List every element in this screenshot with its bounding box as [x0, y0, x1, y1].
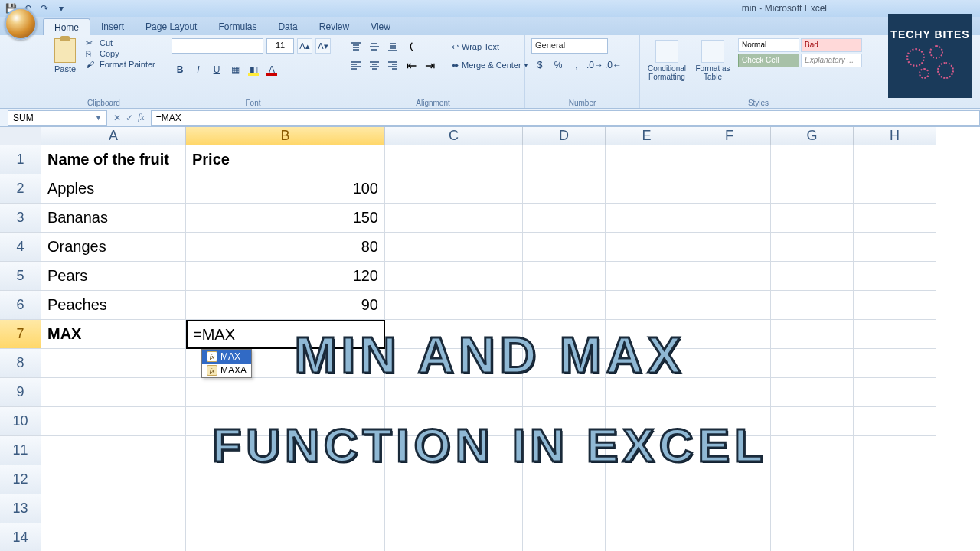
worksheet[interactable]: ABCDEFGH 1234567891011121314 Name of the… — [0, 127, 980, 551]
cell-A11[interactable] — [41, 436, 186, 465]
cell-E11[interactable] — [606, 436, 688, 465]
cell-F8[interactable] — [688, 349, 771, 378]
row-header-7[interactable]: 7 — [0, 320, 41, 349]
name-box[interactable]: SUM ▼ — [8, 110, 107, 126]
cell-D13[interactable] — [523, 494, 606, 523]
bold-button[interactable]: B — [172, 61, 188, 78]
cell-B3[interactable]: 150 — [186, 204, 385, 233]
cell-E1[interactable] — [606, 145, 688, 174]
cell-F4[interactable] — [688, 233, 771, 262]
tab-view[interactable]: View — [360, 18, 401, 35]
cell-H5[interactable] — [854, 262, 936, 291]
cell-C1[interactable] — [385, 145, 523, 174]
cell-D6[interactable] — [523, 291, 606, 320]
cell-B2[interactable]: 100 — [186, 174, 385, 204]
cell-F10[interactable] — [688, 407, 771, 436]
align-bottom-button[interactable] — [384, 38, 401, 55]
cell-C14[interactable] — [385, 523, 523, 551]
paste-button[interactable]: Paste — [49, 38, 81, 106]
align-center-button[interactable] — [366, 57, 383, 73]
cell-D10[interactable] — [523, 407, 606, 436]
enter-formula-icon[interactable]: ✓ — [126, 112, 133, 123]
cell-C8[interactable] — [385, 349, 523, 378]
cell-G5[interactable] — [771, 262, 854, 291]
cell-F6[interactable] — [688, 291, 771, 320]
cell-F11[interactable] — [688, 436, 771, 465]
cell-G13[interactable] — [771, 494, 854, 523]
cell-E5[interactable] — [606, 262, 688, 291]
cell-G7[interactable] — [771, 320, 854, 349]
cell-A14[interactable] — [41, 523, 186, 551]
align-top-button[interactable] — [348, 38, 364, 55]
orientation-button[interactable]: ⤹ — [403, 38, 420, 55]
cell-A3[interactable]: Bananas — [41, 204, 186, 233]
format-as-table-button[interactable]: Format as Table — [692, 38, 733, 106]
cell-G8[interactable] — [771, 349, 854, 378]
cell-B9[interactable] — [186, 378, 385, 407]
qat-dropdown-icon[interactable]: ▾ — [55, 2, 67, 15]
cell-G2[interactable] — [771, 174, 854, 204]
cell-H3[interactable] — [854, 204, 936, 233]
cell-F3[interactable] — [688, 204, 771, 233]
fill-color-button[interactable]: ◧ — [245, 61, 262, 78]
underline-button[interactable]: U — [208, 61, 225, 78]
conditional-formatting-button[interactable]: Conditional Formatting — [646, 38, 688, 106]
cell-G9[interactable] — [771, 378, 854, 407]
cell-H8[interactable] — [854, 349, 936, 378]
cell-B14[interactable] — [186, 523, 385, 551]
cell-style-bad[interactable]: Bad — [801, 38, 862, 52]
cell-E4[interactable] — [606, 233, 688, 262]
cancel-formula-icon[interactable]: ✕ — [113, 112, 121, 123]
cut-button[interactable]: ✂Cut — [86, 38, 155, 47]
cell-style-explanatory[interactable]: Explanatory ... — [801, 54, 862, 67]
cell-D11[interactable] — [523, 436, 606, 465]
tab-home[interactable]: Home — [43, 18, 90, 35]
cell-C9[interactable] — [385, 378, 523, 407]
cell-E6[interactable] — [606, 291, 688, 320]
cell-D12[interactable] — [523, 465, 606, 494]
cell-B5[interactable]: 120 — [186, 262, 385, 291]
cell-D1[interactable] — [523, 145, 606, 174]
cell-A6[interactable]: Peaches — [41, 291, 186, 320]
row-header-1[interactable]: 1 — [0, 145, 41, 174]
cell-E14[interactable] — [606, 523, 688, 551]
format-painter-button[interactable]: 🖌Format Painter — [86, 60, 155, 69]
cell-B4[interactable]: 80 — [186, 233, 385, 262]
row-header-13[interactable]: 13 — [0, 494, 41, 523]
chevron-down-icon[interactable]: ▼ — [95, 114, 102, 122]
tab-formulas[interactable]: Formulas — [207, 18, 267, 35]
cell-G12[interactable] — [771, 465, 854, 494]
cell-F13[interactable] — [688, 494, 771, 523]
cell-E7[interactable] — [606, 320, 688, 349]
cell-D4[interactable] — [523, 233, 606, 262]
cell-H9[interactable] — [854, 378, 936, 407]
cell-B11[interactable] — [186, 436, 385, 465]
cell-F2[interactable] — [688, 174, 771, 204]
cell-G4[interactable] — [771, 233, 854, 262]
comma-button[interactable]: , — [568, 57, 585, 73]
cell-G6[interactable] — [771, 291, 854, 320]
cell-G11[interactable] — [771, 436, 854, 465]
cell-H14[interactable] — [854, 523, 936, 551]
cell-F14[interactable] — [688, 523, 771, 551]
wrap-text-button[interactable]: ↩Wrap Text — [449, 38, 531, 55]
decrease-indent-button[interactable]: ⇤ — [403, 57, 420, 73]
cell-H10[interactable] — [854, 407, 936, 436]
font-size-select[interactable]: 11 — [266, 38, 294, 54]
cell-A5[interactable]: Pears — [41, 262, 186, 291]
cell-C6[interactable] — [385, 291, 523, 320]
cell-A2[interactable]: Apples — [41, 174, 186, 204]
cell-F12[interactable] — [688, 465, 771, 494]
column-header-B[interactable]: B — [186, 127, 385, 145]
cell-B13[interactable] — [186, 494, 385, 523]
cell-C11[interactable] — [385, 436, 523, 465]
cell-A12[interactable] — [41, 465, 186, 494]
increase-indent-button[interactable]: ⇥ — [421, 57, 438, 73]
cell-B10[interactable] — [186, 407, 385, 436]
cell-G10[interactable] — [771, 407, 854, 436]
percent-button[interactable]: % — [550, 57, 567, 73]
row-header-14[interactable]: 14 — [0, 523, 41, 551]
cell-style-check[interactable]: Check Cell — [738, 54, 799, 67]
number-format-select[interactable]: General — [531, 38, 608, 54]
tab-insert[interactable]: Insert — [90, 18, 135, 35]
